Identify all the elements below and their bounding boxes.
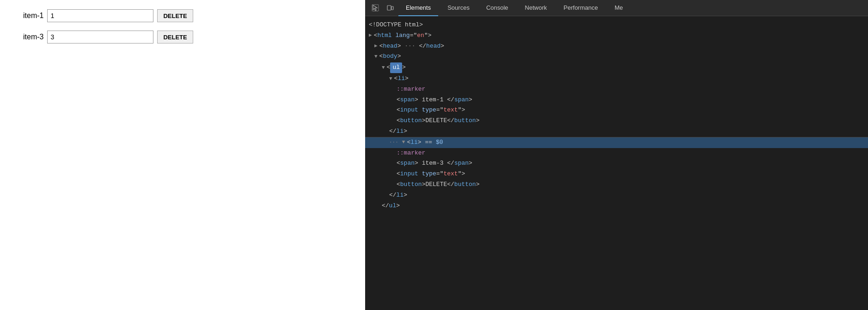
li1-close-line: </li>	[365, 126, 868, 137]
devtools-toolbar: Elements Sources Console Network Perform…	[365, 0, 868, 16]
item-1-input[interactable]	[47, 9, 153, 22]
list-item-1: item-1 DELETE	[23, 9, 351, 22]
tab-sources[interactable]: Sources	[440, 0, 477, 16]
input-text2-line: <input type="text">	[365, 169, 868, 180]
elements-panel-content[interactable]: <!DOCTYPE html> ▶ <html lang="en"> ▶ <he…	[365, 16, 868, 310]
span-item3-line: <span> item-3 </span>	[365, 158, 868, 169]
body-open-line: ▼ <body>	[365, 51, 868, 62]
inspect-element-icon[interactable]	[369, 1, 382, 14]
tab-elements[interactable]: Elements	[398, 0, 438, 16]
button-delete2-line: <button> DELETE </button>	[365, 180, 868, 190]
list-item-2: item-3 DELETE	[23, 31, 351, 43]
span-item1-line: <span> item-1 </span>	[365, 95, 868, 105]
html-open-line: ▶ <html lang="en">	[365, 31, 868, 41]
tab-console[interactable]: Console	[479, 0, 516, 16]
ul-close-line: </ul>	[365, 201, 868, 211]
item-3-input[interactable]	[47, 31, 153, 43]
doctype-line: <!DOCTYPE html>	[365, 20, 868, 31]
item-1-label: item-1	[23, 12, 43, 20]
svg-rect-2	[391, 6, 393, 10]
li2-open-line: ··· ▼ <li> == $0	[365, 137, 868, 148]
tab-performance[interactable]: Performance	[556, 0, 605, 16]
tab-network[interactable]: Network	[518, 0, 555, 16]
item-1-delete-button[interactable]: DELETE	[157, 9, 193, 22]
li2-close-line: </li>	[365, 190, 868, 201]
devtools-panel: Elements Sources Console Network Perform…	[365, 0, 868, 310]
head-line: ▶ <head> ··· </head>	[365, 41, 868, 52]
li1-open-line: ▼ <li>	[365, 74, 868, 84]
ul-open-line: ▼ <ul>	[365, 62, 868, 74]
tab-more[interactable]: Me	[607, 0, 630, 16]
svg-rect-1	[387, 6, 391, 10]
marker-pseudo-1: ::marker	[365, 84, 868, 95]
marker-pseudo-2: ::marker	[365, 148, 868, 159]
item-list: item-1 DELETE item-3 DELETE	[14, 9, 351, 43]
input-text1-line: <input type="text">	[365, 105, 868, 116]
button-delete1-line: <button> DELETE </button>	[365, 116, 868, 126]
item-3-delete-button[interactable]: DELETE	[157, 31, 193, 43]
webpage-content: item-1 DELETE item-3 DELETE	[0, 0, 365, 310]
item-3-label: item-3	[23, 33, 43, 41]
device-toolbar-icon[interactable]	[384, 1, 397, 14]
